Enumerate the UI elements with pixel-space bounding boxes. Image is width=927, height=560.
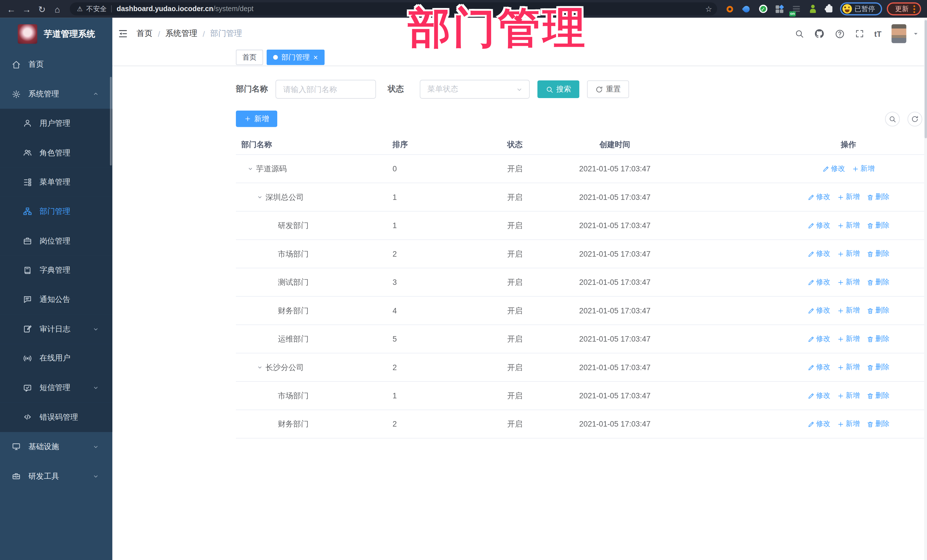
tab-home[interactable]: 首页 — [236, 50, 263, 65]
security-label: 不安全 — [86, 5, 107, 14]
action-delete[interactable]: 删除 — [866, 419, 890, 429]
action-delete[interactable]: 删除 — [866, 220, 890, 231]
audit-icon — [23, 325, 32, 333]
sidebar-item-post[interactable]: 岗位管理 — [0, 226, 112, 255]
browser-profile-chip[interactable]: 已暂停 — [840, 2, 882, 15]
sidebar-item-role[interactable]: 角色管理 — [0, 138, 112, 167]
profile-emoji-avatar — [842, 4, 852, 14]
action-add[interactable]: 新增 — [837, 192, 860, 202]
refresh-button[interactable] — [907, 111, 922, 126]
page-scrollbar[interactable] — [924, 18, 927, 560]
table-body: 芋道源码0开启2021-01-05 17:03:47修改新增深圳总公司1开启20… — [236, 155, 927, 439]
status-cell: 开启 — [497, 419, 568, 429]
chevron-down-icon[interactable] — [912, 30, 920, 38]
search-icon[interactable] — [794, 29, 804, 38]
breadcrumb-home[interactable]: 首页 — [137, 28, 153, 39]
action-add[interactable]: 新增 — [837, 419, 860, 429]
sidebar-item-online[interactable]: 在线用户 — [0, 344, 112, 373]
sidebar-item-audit[interactable]: 审计日志 — [0, 314, 112, 344]
action-edit[interactable]: 修改 — [807, 220, 830, 231]
action-delete[interactable]: 删除 — [866, 334, 890, 344]
update-label: 更新 — [895, 5, 909, 14]
expand-arrow-icon[interactable] — [257, 194, 263, 200]
reload-icon[interactable]: ↻ — [37, 5, 47, 14]
dept-name-input[interactable] — [275, 80, 376, 99]
status-select[interactable]: 菜单状态 — [420, 80, 530, 99]
breadcrumb-separator: / — [158, 29, 160, 38]
bookmark-star-icon[interactable]: ☆ — [705, 5, 712, 14]
url-bar[interactable]: ⚠ 不安全 dashboard.yudao.iocoder.cn/system/… — [70, 2, 717, 15]
action-add[interactable]: 新增 — [837, 277, 860, 287]
extension-person-icon[interactable] — [807, 3, 818, 15]
sidebar-item-dict[interactable]: 字典管理 — [0, 255, 112, 285]
action-edit[interactable]: 修改 — [807, 334, 830, 344]
action-add[interactable]: 新增 — [837, 306, 860, 316]
extension-orange-icon[interactable] — [724, 3, 736, 15]
breadcrumb-system[interactable]: 系统管理 — [166, 28, 198, 39]
sidebar-item-dept[interactable]: 部门管理 — [0, 197, 112, 226]
extensions-puzzle-icon[interactable] — [823, 3, 835, 15]
action-delete[interactable]: 删除 — [866, 192, 890, 202]
action-edit[interactable]: 修改 — [807, 306, 830, 316]
action-add[interactable]: 新增 — [837, 334, 860, 344]
action-add[interactable]: 新增 — [837, 363, 860, 372]
tab-dept[interactable]: 部门管理 × — [267, 50, 324, 65]
kebab-menu-icon[interactable] — [913, 5, 915, 13]
forward-icon[interactable]: → — [21, 5, 32, 14]
extension-list-icon[interactable]: on — [790, 3, 802, 15]
sidebar-item-home[interactable]: 首页 — [0, 50, 112, 79]
help-icon[interactable] — [834, 29, 845, 39]
action-edit[interactable]: 修改 — [807, 277, 830, 287]
action-edit[interactable]: 修改 — [807, 249, 830, 259]
extension-grid-icon[interactable] — [774, 3, 785, 15]
action-add[interactable]: 新增 — [837, 391, 860, 401]
action-edit[interactable]: 修改 — [807, 363, 830, 372]
action-edit[interactable]: 修改 — [807, 391, 830, 401]
sidebar-item-notice[interactable]: 通知公告 — [0, 285, 112, 314]
extension-drop-icon[interactable] — [740, 3, 752, 15]
action-delete[interactable]: 删除 — [866, 249, 890, 259]
sidebar-item-sms[interactable]: 短信管理 — [0, 373, 112, 402]
sidebar-item-user[interactable]: 用户管理 — [0, 109, 112, 138]
actions-cell: 修改新增删除 — [662, 249, 927, 259]
action-delete[interactable]: 删除 — [866, 363, 890, 372]
actions-cell: 修改新增删除 — [662, 419, 927, 429]
expand-arrow-icon[interactable] — [247, 165, 254, 172]
action-edit[interactable]: 修改 — [822, 164, 845, 174]
action-edit[interactable]: 修改 — [807, 419, 830, 429]
back-icon[interactable]: ← — [6, 5, 17, 14]
sidebar-item-label: 系统管理 — [28, 89, 59, 99]
user-avatar[interactable] — [892, 24, 906, 43]
toggle-search-button[interactable] — [885, 111, 900, 126]
browser-update-button[interactable]: 更新 — [887, 2, 921, 15]
sidebar-scrollbar[interactable] — [110, 77, 112, 165]
action-delete[interactable]: 删除 — [866, 306, 890, 316]
github-icon[interactable] — [814, 28, 825, 39]
app-logo-row[interactable]: 芋道管理系统 — [0, 18, 112, 50]
close-icon[interactable]: × — [313, 54, 318, 61]
search-button[interactable]: 搜索 — [537, 80, 579, 98]
action-delete[interactable]: 删除 — [866, 391, 890, 401]
expand-arrow-icon[interactable] — [257, 364, 263, 371]
reset-button[interactable]: 重置 — [587, 80, 629, 98]
sidebar-item-infra[interactable]: 基础设施 — [0, 432, 112, 461]
extension-check-icon[interactable]: ✓ — [757, 3, 769, 15]
dept-name-cell: 市场部门 — [236, 390, 384, 401]
action-add[interactable]: 新增 — [837, 220, 860, 231]
font-size-icon[interactable]: tT — [874, 29, 881, 38]
action-add[interactable]: 新增 — [837, 249, 860, 259]
action-add[interactable]: 新增 — [852, 164, 875, 174]
action-delete[interactable]: 删除 — [866, 277, 890, 287]
sidebar-item-errcode[interactable]: 错误码管理 — [0, 402, 112, 432]
fullscreen-icon[interactable] — [855, 29, 864, 38]
sidebar-item-menu[interactable]: 菜单管理 — [0, 167, 112, 197]
sidebar-fold-icon[interactable] — [117, 28, 128, 39]
action-edit[interactable]: 修改 — [807, 192, 830, 202]
sidebar-item-label: 审计日志 — [40, 323, 70, 334]
sidebar-item-system[interactable]: 系统管理 — [0, 79, 112, 109]
browser-home-icon[interactable]: ⌂ — [52, 5, 62, 14]
add-button[interactable]: 新增 — [236, 111, 277, 127]
sidebar-item-devtool[interactable]: 研发工具 — [0, 461, 112, 491]
table-header: 部门名称 排序 状态 创建时间 操作 — [236, 135, 927, 155]
dept-name-cell: 财务部门 — [236, 419, 384, 429]
